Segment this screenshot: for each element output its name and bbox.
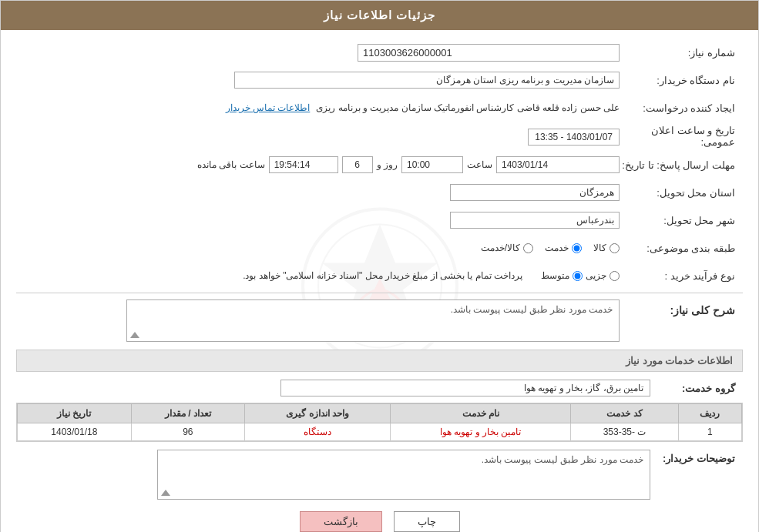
purchase-type-label: نوع فرآیند خرید : — [620, 270, 743, 282]
service-group-value: تامین برق، گاز، بخار و تهویه هوا — [280, 380, 650, 396]
purchase-radio-medium[interactable] — [573, 271, 583, 281]
category-radio-service[interactable] — [572, 243, 582, 253]
deadline-day-label: روز و — [377, 159, 398, 170]
buyer-desc-label: توضیحات خریدار: — [650, 450, 743, 464]
category-radio-both[interactable] — [523, 243, 533, 253]
general-desc-value: خدمت مورد نظر طبق لیست پیوست باشد. — [451, 304, 613, 315]
category-option-service[interactable]: خدمت — [545, 243, 582, 253]
category-both-label: کالا/خدمت — [481, 243, 520, 253]
deadline-date: 1403/01/14 — [496, 156, 620, 173]
deadline-days: 6 — [342, 156, 373, 173]
page-title: جزئیات اطلاعات نیاز — [1, 1, 758, 30]
col-header-unit: واحد اندازه گیری — [245, 404, 391, 423]
buyer-desc-value: خدمت مورد نظر طبق لیست پیوست باشد. — [482, 454, 643, 465]
col-header-code: کد خدمت — [571, 404, 678, 423]
buyer-org-label: نام دستگاه خریدار: — [620, 75, 743, 86]
category-option-goods[interactable]: کالا — [593, 243, 620, 253]
cell-name: تامین بخار و تهویه هوا — [391, 423, 571, 441]
col-header-row: ردیف — [678, 404, 741, 423]
service-group-label: گروه خدمت: — [650, 383, 743, 394]
services-section-title: اطلاعات خدمات مورد نیاز — [16, 350, 743, 372]
purchase-type-note: پرداخت تمام یا بخشی از مبلغ خریدار محل "… — [243, 270, 522, 281]
purchase-type-medium[interactable]: متوسط — [541, 270, 583, 281]
cell-date: 1403/01/18 — [18, 423, 132, 441]
need-number-label: شماره نیاز: — [620, 47, 743, 59]
purchase-type-partial[interactable]: جزیی — [586, 270, 620, 281]
purchase-radio-partial[interactable] — [610, 271, 620, 281]
deadline-time: 10:00 — [401, 156, 463, 173]
buyer-desc-box: خدمت مورد نظر طبق لیست پیوست باشد. — [157, 450, 650, 500]
col-header-qty: تعداد / مقدار — [131, 404, 244, 423]
print-button[interactable]: چاپ — [394, 511, 460, 532]
deadline-time-label: ساعت — [467, 159, 492, 170]
back-button[interactable]: بازگشت — [300, 511, 382, 532]
deadline-remaining: 19:54:14 — [269, 156, 338, 173]
cell-row: 1 — [678, 423, 741, 441]
cell-qty: 96 — [131, 423, 244, 441]
creator-value: علی حسن زاده قلعه قاضی کارشناس انفورماتی… — [316, 102, 620, 113]
announce-label: تاریخ و ساعت اعلان عمومی: — [620, 125, 743, 148]
category-service-label: خدمت — [545, 243, 569, 253]
deadline-label: مهلت ارسال پاسخ: تا تاریخ: — [620, 159, 743, 171]
category-option-both[interactable]: کالا/خدمت — [481, 243, 533, 253]
creator-label: ایجاد کننده درخواست: — [620, 102, 743, 114]
services-table: ردیف کد خدمت نام خدمت واحد اندازه گیری ت… — [16, 403, 743, 442]
category-radio-goods[interactable] — [610, 243, 620, 253]
category-label: طبقه بندی موضوعی: — [620, 243, 743, 254]
col-header-date: تاریخ نیاز — [18, 404, 132, 423]
need-number-value: 1103003626000001 — [358, 44, 620, 62]
table-row: 1 ت -35-353 تامین بخار و تهویه هوا دستگا… — [18, 423, 742, 441]
cell-unit: دستگاه — [245, 423, 391, 441]
contact-info-link[interactable]: اطلاعات تماس خریدار — [226, 102, 311, 113]
announce-value: 1403/01/07 - 13:35 — [528, 129, 620, 146]
province-label: استان محل تحویل: — [620, 187, 743, 199]
buyer-org-value: سازمان مدیریت و برنامه ریزی استان هرمزگا… — [234, 72, 620, 89]
deadline-remaining-label: ساعت باقی مانده — [197, 159, 265, 170]
general-desc-label: شرح کلی نیاز: — [620, 299, 743, 316]
city-label: شهر محل تحویل: — [620, 215, 743, 226]
province-value: هرمزگان — [450, 184, 620, 201]
city-value: بندرعباس — [450, 212, 620, 229]
purchase-medium-label: متوسط — [541, 270, 569, 281]
purchase-partial-label: جزیی — [586, 270, 606, 281]
category-goods-label: کالا — [593, 243, 606, 253]
col-header-name: نام خدمت — [391, 404, 571, 423]
general-desc-box: خدمت مورد نظر طبق لیست پیوست باشد. — [126, 299, 620, 342]
cell-code: ت -35-353 — [571, 423, 678, 441]
